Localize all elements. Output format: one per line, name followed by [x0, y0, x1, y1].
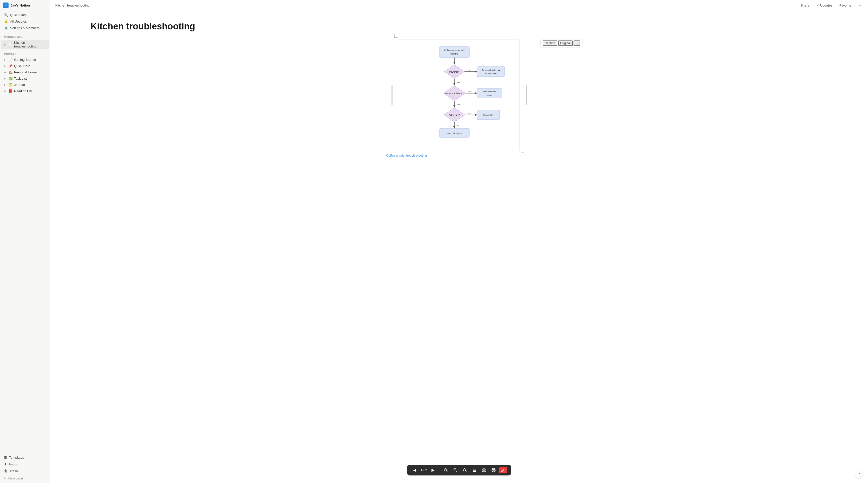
resize-handle-right[interactable] [526, 85, 527, 105]
original-button[interactable]: Original [558, 40, 572, 46]
prev-page-button[interactable]: ◀ [411, 467, 418, 474]
svg-text:Clean filter: Clean filter [483, 114, 494, 116]
page-icon: 🏡 [8, 70, 12, 74]
trash-icon: 🗑 [4, 469, 7, 473]
help-button[interactable]: ? [855, 470, 863, 478]
sidebar-item-quick-find[interactable]: 🔍 Quick Find [1, 12, 49, 18]
corner-handle-br [521, 153, 524, 156]
svg-rect-43 [473, 471, 476, 472]
updates-button[interactable]: ✓ Updates [814, 2, 834, 8]
zoom-out-button[interactable] [442, 467, 450, 473]
svg-text:Yes: Yes [457, 103, 460, 106]
topbar: Kitchen troubleshooting Share ✓ Updates … [50, 0, 868, 11]
sidebar-page-journal[interactable]: ▶ 🗂️ Journal [1, 82, 49, 88]
workspace-name: Jay's Notion [10, 3, 43, 7]
page-breadcrumb: Kitchen troubleshooting [55, 3, 796, 7]
chevron-down-icon: ⌄ [45, 4, 47, 7]
share-button[interactable]: Share [799, 2, 811, 8]
page-label: Reading List [14, 89, 32, 93]
sidebar-item-import[interactable]: ⬇ Import [1, 461, 49, 468]
page-label: Kitchen troubleshooting [14, 41, 47, 48]
sidebar: J Jay's Notion ⌄ 🔍 Quick Find 🔔 All Upda… [0, 0, 50, 483]
bell-icon: 🔔 [4, 20, 8, 23]
sidebar-item-settings[interactable]: ⚙️ Settings & Members [1, 25, 49, 31]
page-label: Task List [14, 77, 27, 80]
svg-text:Filter light?: Filter light? [449, 114, 460, 116]
expand-arrow-icon: ▶ [4, 77, 7, 80]
resize-handle-left[interactable] [392, 85, 393, 105]
sidebar-nav: 🔍 Quick Find 🔔 All Updates ⚙️ Settings &… [0, 10, 50, 32]
svg-text:Water and beans?: Water and beans? [445, 92, 463, 95]
svg-text:Refill water and: Refill water and [483, 91, 496, 93]
expand-arrow-icon: ▶ [4, 71, 7, 74]
plus-icon: ＋ [3, 476, 6, 481]
caption-button[interactable]: Caption [542, 40, 557, 46]
workspace-avatar: J [3, 2, 8, 8]
sidebar-item-trash[interactable]: 🗑 Trash [1, 468, 49, 474]
svg-text:Powered?: Powered? [450, 71, 460, 73]
svg-text:another outlet: another outlet [485, 72, 497, 75]
expand-arrow-icon: ▶ [4, 58, 7, 61]
page-icon: 🗂️ [8, 83, 12, 87]
page-indicator: 1 / 2 [420, 468, 428, 472]
svg-text:No: No [468, 91, 471, 93]
zoom-in-button[interactable] [451, 467, 459, 473]
svg-rect-41 [473, 469, 476, 470]
svg-text:beans: beans [487, 94, 492, 96]
sidebar-item-all-updates[interactable]: 🔔 All Updates [1, 18, 49, 25]
diagram-more-button[interactable]: ··· [574, 40, 580, 46]
sidebar-item-templates[interactable]: ⊞ Templates [1, 454, 49, 461]
search-icon: 🔍 [4, 13, 8, 17]
expand-arrow-icon: ▶ [4, 90, 7, 93]
coffee-grinder-link[interactable]: > Coffee grinder troubleshooting [384, 154, 427, 157]
private-section-label: PRIVATE [0, 50, 50, 57]
diagram-container: Caption Original ··· Coffee machine isn'… [371, 39, 547, 157]
sidebar-page-reading-list[interactable]: ▶ 📕 Reading List [1, 88, 49, 94]
svg-text:Turn on at wall or try: Turn on at wall or try [482, 69, 500, 71]
more-options-button[interactable]: ··· [856, 2, 863, 8]
sidebar-bottom: ⊞ Templates ⬇ Import 🗑 Trash ＋ New page [0, 453, 50, 483]
new-page-button[interactable]: ＋ New page [0, 475, 50, 482]
svg-point-45 [483, 470, 485, 471]
content-area: Kitchen troubleshooting Caption Original… [50, 11, 868, 483]
sidebar-page-getting-started[interactable]: ▶ 📄 Getting Started [1, 57, 49, 63]
flowchart-wrapper: Coffee machine isn't working Powered? No… [399, 39, 520, 151]
import-label: Import [9, 462, 18, 466]
sidebar-page-kitchen-troubleshooting[interactable]: ▶ 📄 Kitchen troubleshooting [1, 40, 49, 49]
svg-line-40 [466, 471, 467, 472]
page-title: Kitchen troubleshooting [91, 21, 195, 32]
print-button[interactable] [490, 467, 498, 473]
workspace-section-label: WORKSPACE [0, 32, 50, 39]
quick-find-label: Quick Find [10, 13, 26, 17]
settings-label: Settings & Members [10, 26, 39, 30]
import-icon: ⬇ [4, 462, 7, 466]
search-button[interactable] [461, 467, 469, 473]
new-page-label: New page [8, 477, 23, 480]
svg-rect-0 [439, 46, 469, 58]
svg-text:No: No [468, 69, 470, 71]
camera-button[interactable] [480, 467, 488, 473]
edit-button[interactable] [499, 467, 507, 473]
page-label: Quick Note [14, 64, 30, 68]
favorite-button[interactable]: Favorite [837, 2, 853, 8]
all-updates-label: All Updates [10, 20, 27, 23]
page-icon: 📄 [8, 58, 12, 62]
layers-button[interactable] [470, 467, 478, 473]
checkmark-icon: ✓ [816, 3, 819, 7]
sidebar-page-task-list[interactable]: ▶ ✅ Task List [1, 76, 49, 82]
sidebar-page-personal-home[interactable]: ▶ 🏡 Personal Home [1, 69, 49, 75]
workspace-header[interactable]: J Jay's Notion ⌄ [0, 0, 50, 10]
flowchart-svg: Coffee machine isn't working Powered? No… [404, 44, 515, 145]
svg-rect-8 [477, 67, 505, 77]
svg-line-36 [456, 471, 457, 472]
svg-rect-17 [477, 89, 502, 98]
next-page-button[interactable]: ▶ [430, 467, 436, 474]
expand-arrow-icon: ▶ [4, 65, 7, 67]
svg-text:working: working [450, 53, 458, 55]
page-icon: 📄 [8, 43, 12, 46]
bottom-toolbar: ◀ 1 / 2 ▶ [407, 465, 511, 476]
gear-icon: ⚙️ [4, 26, 8, 30]
svg-text:Yes: Yes [457, 82, 460, 84]
sidebar-page-quick-note[interactable]: ▶ 📌 Quick Note [1, 63, 49, 69]
toolbar-divider-1 [439, 468, 439, 473]
